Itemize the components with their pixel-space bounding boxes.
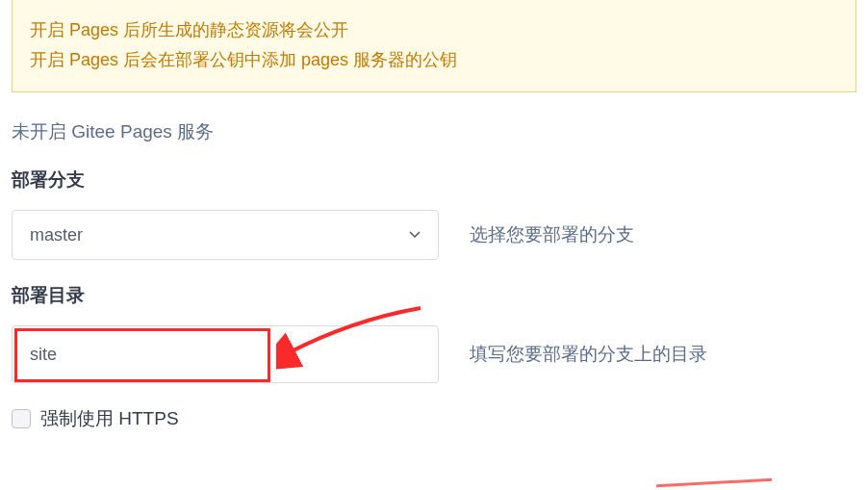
force-https-label: 强制使用 HTTPS [40,406,179,431]
directory-input-wrapper [12,325,439,383]
branch-select[interactable]: master [12,210,439,260]
service-status-text: 未开启 Gitee Pages 服务 [12,119,856,144]
chevron-down-icon [409,228,421,242]
annotation-stroke [656,478,772,487]
branch-hint-text: 选择您要部署的分支 [470,222,634,247]
notice-line-1: 开启 Pages 后所生成的静态资源将会公开 [30,15,838,45]
directory-section-label: 部署目录 [12,283,856,308]
directory-hint-text: 填写您要部署的分支上的目录 [470,342,707,367]
notice-line-2: 开启 Pages 后会在部署公钥中添加 pages 服务器的公钥 [30,45,838,75]
branch-selected-value: master [30,225,83,245]
force-https-checkbox[interactable] [12,409,31,428]
notice-banner: 开启 Pages 后所生成的静态资源将会公开 开启 Pages 后会在部署公钥中… [12,0,856,92]
branch-section-label: 部署分支 [12,168,856,193]
directory-input[interactable] [16,326,434,382]
